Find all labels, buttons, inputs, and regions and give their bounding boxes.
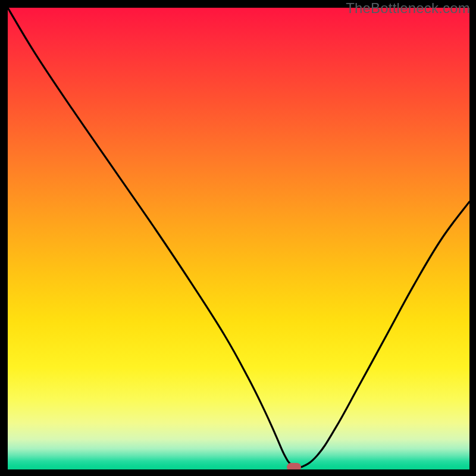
watermark-text: TheBottleneck.com	[346, 0, 470, 17]
plot-area	[8, 8, 469, 469]
bottleneck-curve	[8, 8, 469, 469]
optimal-point-marker	[287, 463, 301, 469]
chart-container: TheBottleneck.com	[0, 0, 476, 476]
